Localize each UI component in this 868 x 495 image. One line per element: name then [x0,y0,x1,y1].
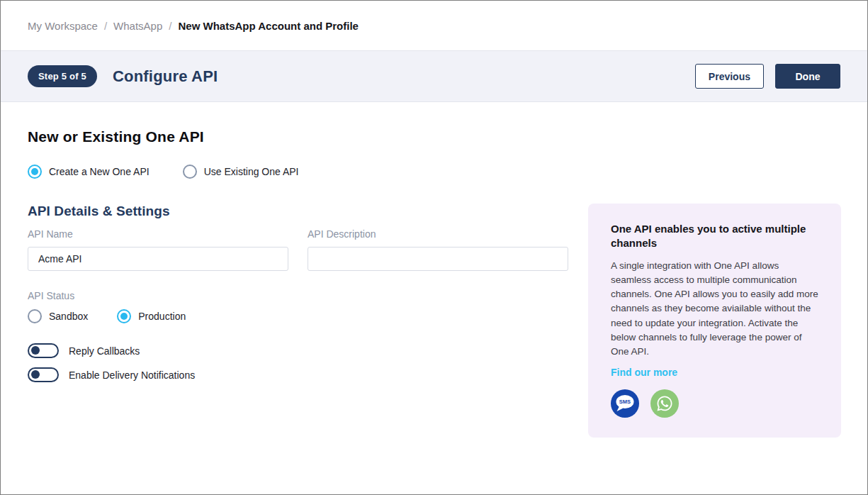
breadcrumb-item-workspace[interactable]: My Workspace [28,20,98,32]
radio-label: Production [138,311,186,322]
api-description-label: API Description [308,228,568,240]
app-window: My Workspace / WhatsApp / New WhatsApp A… [0,0,868,495]
step-badge: Step 5 of 5 [28,65,97,87]
radio-label: Create a New One API [49,166,150,177]
toggle-label: Reply Callbacks [69,345,140,357]
radio-label: Sandbox [49,311,88,322]
breadcrumb-separator: / [104,20,107,32]
api-description-field-group: API Description [308,228,568,271]
api-name-label: API Name [28,228,288,240]
breadcrumb: My Workspace / WhatsApp / New WhatsApp A… [1,1,867,51]
one-api-info-panel: One API enables you to active multiple c… [588,204,841,438]
toggle-label: Enable Delivery Notifications [69,369,195,381]
radio-label: Use Existing One API [204,166,299,177]
radio-button-icon[interactable] [117,309,131,323]
api-mode-radio-group: Create a New One API Use Existing One AP… [28,165,841,179]
main-content: New or Existing One API Create a New One… [1,102,867,494]
section-title: New or Existing One API [28,128,841,145]
whatsapp-channel-icon[interactable] [650,389,679,418]
radio-button-icon[interactable] [28,309,42,323]
radio-button-icon[interactable] [183,165,197,179]
sms-channel-icon[interactable]: SMS [611,389,639,418]
radio-use-existing-one-api[interactable]: Use Existing One API [183,165,299,179]
delivery-notifications-toggle[interactable] [28,367,59,382]
svg-text:SMS: SMS [619,399,631,406]
breadcrumb-item-current: New WhatsApp Account and Profile [178,20,358,32]
api-description-input[interactable] [308,247,568,271]
api-name-field-group: API Name [28,228,288,271]
done-button[interactable]: Done [775,64,840,89]
channel-icons-row: SMS [611,389,820,418]
radio-sandbox[interactable]: Sandbox [28,309,88,323]
radio-button-icon[interactable] [28,165,42,179]
page-title: Configure API [113,67,218,86]
info-panel-body: A single integration with One API allows… [611,259,820,360]
radio-production[interactable]: Production [117,309,186,323]
reply-callbacks-toggle[interactable] [28,343,59,358]
breadcrumb-separator: / [169,20,171,32]
radio-create-new-one-api[interactable]: Create a New One API [28,165,150,179]
wizard-header: Step 5 of 5 Configure API Previous Done [1,51,867,102]
previous-button[interactable]: Previous [695,64,764,89]
find-out-more-link[interactable]: Find our more [611,367,677,378]
api-name-input[interactable] [28,247,288,271]
info-panel-heading: One API enables you to active multiple c… [611,222,820,251]
breadcrumb-item-whatsapp[interactable]: WhatsApp [113,20,162,32]
